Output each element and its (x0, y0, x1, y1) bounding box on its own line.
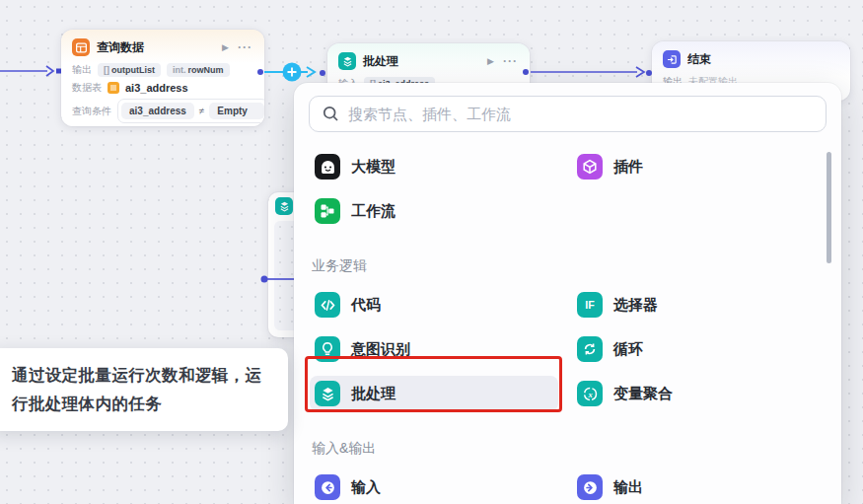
table-icon (108, 82, 119, 94)
menu-item-aggregate[interactable]: x 变量聚合 (572, 376, 814, 411)
run-node-button[interactable]: ▶ (487, 56, 494, 66)
end-arrow-icon (663, 50, 681, 68)
menu-item-loop[interactable]: 循环 (572, 331, 814, 367)
menu-item-intent[interactable]: 意图识别 (310, 331, 558, 367)
table-name: ai3_address (125, 82, 188, 94)
menu-item-label: 意图识别 (351, 340, 410, 359)
menu-item-output[interactable]: 输出 (572, 469, 814, 504)
input-arrow-icon (315, 474, 340, 500)
llm-icon (315, 154, 340, 180)
run-node-button[interactable]: ▶ (222, 42, 229, 52)
batch-layers-icon (275, 197, 293, 215)
lightbulb-icon (315, 336, 340, 362)
menu-item-label: 插件 (613, 158, 643, 177)
menu-item-selector[interactable]: IF 选择器 (572, 287, 814, 323)
svg-text:IF: IF (585, 299, 595, 311)
node-more-button[interactable]: ··· (238, 40, 252, 54)
database-icon (72, 38, 90, 56)
batch-layers-icon (315, 381, 340, 406)
condition-operator[interactable]: ≠ (199, 106, 205, 116)
node-title: 批处理 (363, 53, 398, 70)
menu-item-label: 输出 (613, 478, 643, 497)
section-business-logic: 业务逻辑 (312, 257, 827, 275)
node-more-button[interactable]: ··· (503, 54, 518, 68)
menu-item-label: 变量聚合 (613, 385, 673, 403)
popup-scrollbar[interactable] (827, 152, 831, 263)
menu-item-llm[interactable]: 大模型 (310, 149, 558, 184)
add-node-button (283, 63, 302, 82)
if-icon: IF (577, 292, 603, 318)
menu-item-label: 输入 (351, 478, 381, 497)
menu-item-label: 选择器 (613, 296, 658, 315)
table-row-label: 数据表 (72, 81, 102, 95)
node-query-data[interactable]: 查询数据 ▶ ··· 输出 []outputList int.rowNum 数据… (61, 30, 264, 126)
condition-row-label: 查询条件 (72, 105, 111, 118)
menu-item-label: 循环 (613, 340, 643, 359)
plugin-cube-icon (577, 154, 603, 180)
output-badge: []outputList (98, 63, 161, 77)
output-row-label: 输出 (72, 63, 92, 77)
section-input-output: 输入&输出 (312, 440, 827, 458)
menu-item-label: 代码 (351, 296, 381, 315)
search-box[interactable] (309, 96, 827, 132)
node-menu: 大模型 插件 工作流 业务逻辑 (294, 132, 841, 504)
node-title: 结束 (687, 51, 711, 68)
condition-value[interactable]: Empty (209, 103, 264, 119)
menu-item-label: 工作流 (351, 202, 396, 221)
workflow-canvas[interactable]: 查询数据 ▶ ··· 输出 []outputList int.rowNum 数据… (0, 0, 863, 504)
node-header: 查询数据 ▶ ··· (61, 30, 264, 61)
variable-aggregate-icon: x (577, 381, 603, 406)
menu-item-workflow[interactable]: 工作流 (310, 193, 558, 229)
output-arrow-icon (577, 474, 603, 500)
menu-item-code[interactable]: 代码 (310, 287, 558, 323)
condition-editor[interactable]: ai3_address ≠ Empty (117, 99, 264, 123)
node-title: 查询数据 (97, 39, 144, 56)
batch-tooltip: 通过设定批量运行次数和逻辑，运行批处理体内的任务 (0, 348, 288, 431)
batch-layers-icon (338, 52, 356, 70)
output-badge: int.rowNum (167, 63, 230, 77)
search-input[interactable] (348, 106, 813, 122)
menu-item-batch[interactable]: 批处理 (310, 376, 558, 411)
node-picker-popup: 大模型 插件 工作流 业务逻辑 (294, 83, 841, 504)
loop-icon (577, 336, 603, 362)
svg-text:x: x (587, 389, 593, 398)
code-icon (315, 292, 340, 318)
menu-item-input[interactable]: 输入 (310, 469, 558, 504)
menu-item-label: 大模型 (351, 158, 396, 177)
search-icon (323, 106, 339, 122)
workflow-icon (315, 198, 340, 224)
menu-item-label: 批处理 (351, 385, 396, 403)
menu-item-plugin[interactable]: 插件 (572, 149, 814, 184)
condition-field[interactable]: ai3_address (121, 103, 194, 119)
